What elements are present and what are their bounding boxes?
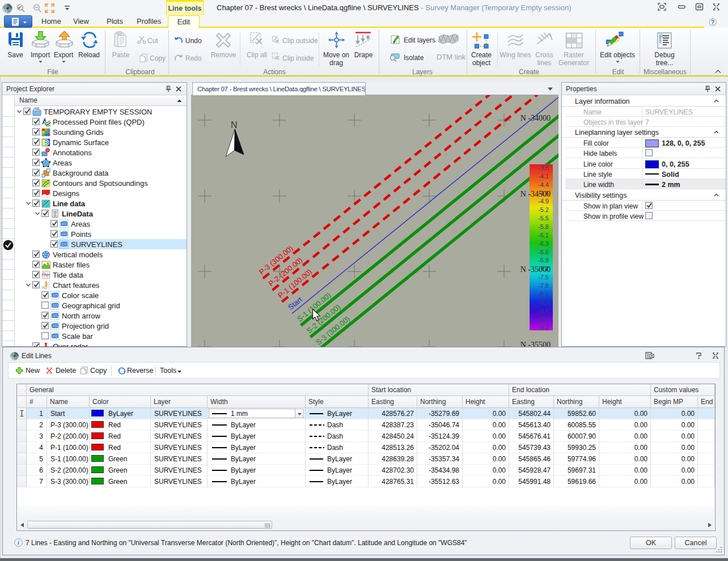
svg-text:-8.9: -8.9 — [538, 316, 549, 322]
svg-text:-5.5: -5.5 — [538, 215, 549, 222]
svg-text:-6.1: -6.1 — [538, 232, 549, 239]
svg-text:-4.4: -4.4 — [538, 181, 549, 188]
svg-text:i: i — [18, 539, 19, 546]
svg-text:-5.8: -5.8 — [538, 223, 549, 230]
svg-text:-4.1: -4.1 — [538, 173, 549, 180]
svg-text:Start: Start — [286, 295, 304, 312]
svg-text:-8.1: -8.1 — [538, 291, 549, 298]
svg-text:N -34500: N -34500 — [520, 190, 551, 198]
svg-text:N -34000: N -34000 — [520, 114, 551, 122]
svg-text:-7.8: -7.8 — [538, 282, 549, 289]
svg-text:-6.6: -6.6 — [538, 249, 549, 256]
svg-text:N -35000: N -35000 — [520, 265, 551, 274]
svg-text:?: ? — [711, 19, 714, 26]
svg-text:N: N — [231, 120, 238, 130]
svg-text:N -35500: N -35500 — [520, 341, 551, 347]
svg-text:-7.5: -7.5 — [538, 274, 549, 280]
svg-text:-5.2: -5.2 — [538, 206, 549, 213]
svg-text:-6.3: -6.3 — [538, 240, 549, 247]
svg-text:-8.3: -8.3 — [538, 299, 549, 306]
svg-text:-9.2: -9.2 — [538, 324, 549, 331]
svg-text:-4.9: -4.9 — [538, 198, 549, 205]
svg-text:-6.9: -6.9 — [538, 257, 549, 264]
svg-text:-8.6: -8.6 — [538, 308, 549, 314]
svg-text:-3.5: -3.5 — [538, 164, 549, 171]
